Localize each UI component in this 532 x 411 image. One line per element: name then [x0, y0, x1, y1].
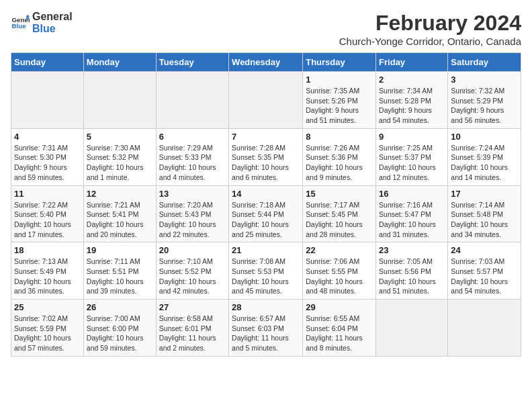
logo-blue: Blue	[32, 23, 73, 35]
day-info: Sunrise: 7:34 AM Sunset: 5:28 PM Dayligh…	[379, 86, 445, 126]
calendar-cell: 22Sunrise: 7:06 AM Sunset: 5:55 PM Dayli…	[303, 242, 376, 300]
day-info: Sunrise: 7:24 AM Sunset: 5:39 PM Dayligh…	[451, 143, 518, 183]
day-info: Sunrise: 7:17 AM Sunset: 5:45 PM Dayligh…	[306, 200, 373, 240]
day-info: Sunrise: 7:35 AM Sunset: 5:26 PM Dayligh…	[306, 86, 373, 126]
day-header-thursday: Thursday	[303, 53, 376, 72]
calendar-cell: 17Sunrise: 7:14 AM Sunset: 5:48 PM Dayli…	[448, 185, 521, 242]
calendar-cell	[83, 72, 156, 129]
day-header-tuesday: Tuesday	[156, 53, 228, 72]
day-info: Sunrise: 7:30 AM Sunset: 5:32 PM Dayligh…	[87, 143, 153, 183]
day-number: 22	[306, 245, 373, 255]
calendar-header-row: SundayMondayTuesdayWednesdayThursdayFrid…	[11, 53, 521, 72]
day-number: 6	[159, 132, 226, 142]
day-number: 1	[306, 75, 373, 85]
calendar-week-2: 4Sunrise: 7:31 AM Sunset: 5:30 PM Daylig…	[11, 128, 521, 185]
calendar-cell	[376, 300, 448, 357]
day-info: Sunrise: 7:18 AM Sunset: 5:44 PM Dayligh…	[232, 200, 300, 240]
calendar-cell	[448, 300, 521, 357]
day-number: 9	[379, 132, 445, 142]
calendar-cell: 15Sunrise: 7:17 AM Sunset: 5:45 PM Dayli…	[303, 185, 376, 242]
calendar-body: 1Sunrise: 7:35 AM Sunset: 5:26 PM Daylig…	[11, 72, 521, 357]
calendar-cell: 26Sunrise: 7:00 AM Sunset: 6:00 PM Dayli…	[83, 300, 156, 357]
day-info: Sunrise: 6:55 AM Sunset: 6:04 PM Dayligh…	[306, 314, 373, 353]
day-info: Sunrise: 7:05 AM Sunset: 5:56 PM Dayligh…	[379, 257, 445, 296]
day-number: 23	[379, 245, 445, 255]
calendar-cell: 23Sunrise: 7:05 AM Sunset: 5:56 PM Dayli…	[376, 242, 448, 300]
day-info: Sunrise: 7:03 AM Sunset: 5:57 PM Dayligh…	[451, 257, 518, 296]
day-info: Sunrise: 7:11 AM Sunset: 5:51 PM Dayligh…	[87, 257, 153, 296]
calendar-cell	[11, 72, 84, 129]
day-info: Sunrise: 7:16 AM Sunset: 5:47 PM Dayligh…	[379, 200, 445, 240]
calendar-cell	[156, 72, 228, 129]
day-number: 12	[87, 189, 153, 199]
calendar-cell: 11Sunrise: 7:22 AM Sunset: 5:40 PM Dayli…	[11, 185, 84, 242]
calendar-cell	[229, 72, 303, 129]
day-number: 15	[306, 189, 373, 199]
day-info: Sunrise: 7:21 AM Sunset: 5:41 PM Dayligh…	[87, 200, 153, 240]
calendar-cell: 20Sunrise: 7:10 AM Sunset: 5:52 PM Dayli…	[156, 242, 228, 300]
calendar-cell: 1Sunrise: 7:35 AM Sunset: 5:26 PM Daylig…	[303, 72, 376, 129]
day-info: Sunrise: 7:02 AM Sunset: 5:59 PM Dayligh…	[14, 314, 81, 353]
day-info: Sunrise: 7:22 AM Sunset: 5:40 PM Dayligh…	[14, 200, 81, 240]
day-number: 4	[14, 132, 81, 142]
svg-text:Blue: Blue	[11, 22, 26, 30]
day-header-saturday: Saturday	[448, 53, 521, 72]
calendar-cell: 6Sunrise: 7:29 AM Sunset: 5:33 PM Daylig…	[156, 128, 228, 185]
day-number: 24	[451, 245, 518, 255]
day-info: Sunrise: 7:20 AM Sunset: 5:43 PM Dayligh…	[159, 200, 226, 240]
day-number: 19	[87, 245, 153, 255]
day-number: 27	[159, 302, 226, 312]
day-info: Sunrise: 7:31 AM Sunset: 5:30 PM Dayligh…	[14, 143, 81, 183]
day-number: 28	[232, 302, 300, 312]
title-area: February 2024 Church-Yonge Corridor, Ont…	[339, 11, 521, 47]
calendar-cell: 2Sunrise: 7:34 AM Sunset: 5:28 PM Daylig…	[376, 72, 448, 129]
calendar-cell: 5Sunrise: 7:30 AM Sunset: 5:32 PM Daylig…	[83, 128, 156, 185]
day-info: Sunrise: 7:08 AM Sunset: 5:53 PM Dayligh…	[232, 257, 300, 296]
calendar-cell: 12Sunrise: 7:21 AM Sunset: 5:41 PM Dayli…	[83, 185, 156, 242]
calendar-cell: 9Sunrise: 7:25 AM Sunset: 5:37 PM Daylig…	[376, 128, 448, 185]
calendar-cell: 13Sunrise: 7:20 AM Sunset: 5:43 PM Dayli…	[156, 185, 228, 242]
day-info: Sunrise: 7:32 AM Sunset: 5:29 PM Dayligh…	[451, 86, 518, 126]
calendar-week-1: 1Sunrise: 7:35 AM Sunset: 5:26 PM Daylig…	[11, 72, 521, 129]
day-header-sunday: Sunday	[11, 53, 84, 72]
day-number: 25	[14, 302, 81, 312]
calendar-week-4: 18Sunrise: 7:13 AM Sunset: 5:49 PM Dayli…	[11, 242, 521, 300]
logo-general: General	[32, 11, 73, 23]
day-number: 14	[232, 189, 300, 199]
day-info: Sunrise: 7:28 AM Sunset: 5:35 PM Dayligh…	[232, 143, 300, 183]
day-info: Sunrise: 7:13 AM Sunset: 5:49 PM Dayligh…	[14, 257, 81, 296]
calendar-cell: 10Sunrise: 7:24 AM Sunset: 5:39 PM Dayli…	[448, 128, 521, 185]
day-header-friday: Friday	[376, 53, 448, 72]
day-header-monday: Monday	[83, 53, 156, 72]
calendar-cell: 8Sunrise: 7:26 AM Sunset: 5:36 PM Daylig…	[303, 128, 376, 185]
calendar-cell: 16Sunrise: 7:16 AM Sunset: 5:47 PM Dayli…	[376, 185, 448, 242]
day-number: 11	[14, 189, 81, 199]
day-number: 29	[306, 302, 373, 312]
calendar-cell: 18Sunrise: 7:13 AM Sunset: 5:49 PM Dayli…	[11, 242, 84, 300]
day-info: Sunrise: 6:57 AM Sunset: 6:03 PM Dayligh…	[232, 314, 300, 353]
day-number: 3	[451, 75, 518, 85]
day-number: 18	[14, 245, 81, 255]
calendar-cell: 19Sunrise: 7:11 AM Sunset: 5:51 PM Dayli…	[83, 242, 156, 300]
day-info: Sunrise: 7:26 AM Sunset: 5:36 PM Dayligh…	[306, 143, 373, 183]
day-header-wednesday: Wednesday	[229, 53, 303, 72]
calendar-cell: 24Sunrise: 7:03 AM Sunset: 5:57 PM Dayli…	[448, 242, 521, 300]
day-number: 16	[379, 189, 445, 199]
calendar-week-3: 11Sunrise: 7:22 AM Sunset: 5:40 PM Dayli…	[11, 185, 521, 242]
day-number: 21	[232, 245, 300, 255]
day-info: Sunrise: 7:00 AM Sunset: 6:00 PM Dayligh…	[87, 314, 153, 353]
calendar-table: SundayMondayTuesdayWednesdayThursdayFrid…	[11, 52, 521, 357]
calendar-cell: 7Sunrise: 7:28 AM Sunset: 5:35 PM Daylig…	[229, 128, 303, 185]
day-number: 20	[159, 245, 226, 255]
day-info: Sunrise: 7:14 AM Sunset: 5:48 PM Dayligh…	[451, 200, 518, 240]
header: General Blue General Blue February 2024 …	[11, 11, 521, 47]
day-number: 2	[379, 75, 445, 85]
main-title: February 2024	[339, 11, 521, 36]
calendar-cell: 25Sunrise: 7:02 AM Sunset: 5:59 PM Dayli…	[11, 300, 84, 357]
calendar-cell: 4Sunrise: 7:31 AM Sunset: 5:30 PM Daylig…	[11, 128, 84, 185]
calendar-cell: 14Sunrise: 7:18 AM Sunset: 5:44 PM Dayli…	[229, 185, 303, 242]
day-info: Sunrise: 7:25 AM Sunset: 5:37 PM Dayligh…	[379, 143, 445, 183]
day-info: Sunrise: 6:58 AM Sunset: 6:01 PM Dayligh…	[159, 314, 226, 353]
day-number: 26	[87, 302, 153, 312]
calendar-cell: 27Sunrise: 6:58 AM Sunset: 6:01 PM Dayli…	[156, 300, 228, 357]
